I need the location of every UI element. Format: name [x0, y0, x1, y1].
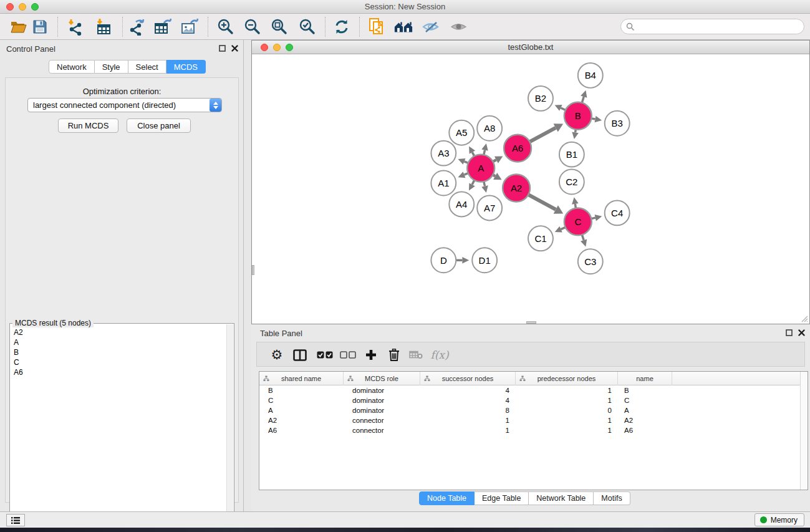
search-icon	[626, 22, 635, 31]
tab-select[interactable]: Select	[128, 60, 166, 74]
graph-edge-C-C3[interactable]	[582, 235, 584, 240]
table-header-row: shared nameMCDS rolesuccessor nodesprede…	[259, 372, 808, 385]
graph-edge-B-B4[interactable]	[582, 97, 584, 103]
search-input[interactable]	[635, 22, 804, 31]
criterion-dropdown[interactable]: largest connected component (directed)	[27, 98, 222, 112]
table-row[interactable]: A6connector11A6	[259, 425, 808, 435]
graph-edge-A2-C[interactable]	[528, 195, 556, 210]
mcds-result-item[interactable]: A2	[11, 327, 226, 337]
optimization-criterion-label: Optimization criterion:	[6, 87, 238, 96]
table-row[interactable]: Bdominator41B	[259, 385, 808, 395]
column-header-predecessor-nodes[interactable]: predecessor nodes	[516, 372, 618, 385]
export-network-icon[interactable]	[127, 17, 147, 36]
export-table-icon[interactable]	[153, 17, 173, 36]
mcds-result-item[interactable]: A6	[11, 367, 226, 377]
column-header-successor-nodes[interactable]: successor nodes	[420, 372, 516, 385]
close-panel-icon[interactable]	[798, 329, 805, 336]
graph-node-label: A6	[512, 143, 523, 153]
tab-network-table[interactable]: Network Table	[529, 491, 594, 505]
network-canvas[interactable]: B4B2BB3A8A5A6A3B1AC2A1A2A4A7C4CC1DD1C3	[252, 54, 809, 324]
memory-button[interactable]: Memory	[755, 513, 804, 526]
table-cell: A	[618, 407, 672, 414]
zoom-fit-icon[interactable]	[269, 17, 289, 36]
close-panel-icon[interactable]	[231, 45, 238, 52]
graph-node-label: A3	[438, 148, 449, 158]
graph-edge-arrowhead	[462, 257, 469, 264]
table-body: Bdominator41BCdominator41CAdominator80AA…	[259, 385, 808, 435]
table-cell: dominator	[344, 407, 420, 414]
settings-gear-icon[interactable]: ⚙	[268, 346, 286, 364]
import-table-icon[interactable]	[94, 17, 113, 36]
graph-edge-A6-B[interactable]	[529, 128, 556, 142]
function-builder-icon[interactable]: f(x)	[430, 346, 449, 364]
save-session-icon[interactable]	[30, 17, 50, 36]
graph-edge-arrowhead	[595, 215, 602, 221]
float-panel-icon[interactable]	[786, 329, 793, 336]
mcds-result-item[interactable]: B	[11, 347, 226, 357]
memory-status-icon	[760, 516, 767, 523]
table-row[interactable]: A2connector11A2	[259, 415, 808, 425]
table-row[interactable]: Cdominator41C	[259, 395, 808, 405]
show-all-icon[interactable]	[449, 17, 469, 36]
list-icon	[11, 516, 21, 525]
float-panel-icon[interactable]	[219, 45, 226, 52]
mcds-list-scrollbar[interactable]	[226, 324, 233, 532]
tab-style[interactable]: Style	[95, 60, 128, 74]
tab-motifs[interactable]: Motifs	[594, 491, 630, 505]
table-row[interactable]: Adominator80A	[259, 405, 808, 415]
hide-selected-icon[interactable]	[421, 17, 441, 36]
column-browser-icon[interactable]	[291, 346, 309, 364]
application-window: Session: New Session	[0, 0, 810, 532]
column-header-label: shared name	[281, 375, 321, 382]
toolbar-separator	[122, 17, 123, 37]
first-neighbors-icon[interactable]	[393, 17, 413, 36]
table-cell: A6	[259, 427, 344, 434]
zoom-in-icon[interactable]	[216, 17, 236, 36]
column-sort-icon	[347, 375, 354, 382]
add-column-icon[interactable]	[362, 346, 380, 364]
export-image-icon[interactable]	[180, 17, 200, 36]
run-mcds-button[interactable]: Run MCDS	[58, 118, 118, 133]
graph-node-label: B4	[585, 70, 596, 80]
task-history-button[interactable]	[6, 514, 25, 526]
table-cell: 1	[516, 387, 618, 394]
tab-network[interactable]: Network	[49, 60, 95, 74]
network-view-window: testGlobe.txt B4B2BB3A8A5A6A3B1AC2A1A2A4…	[251, 40, 810, 324]
deselect-all-checkboxes-icon[interactable]	[339, 346, 357, 364]
column-header-label: successor nodes	[442, 375, 494, 382]
column-header-name[interactable]: name	[618, 372, 672, 385]
graph-edge-B-B2[interactable]	[561, 108, 566, 110]
graph-node-label: B1	[566, 149, 577, 160]
table-cell: 1	[516, 397, 618, 404]
tab-mcds[interactable]: MCDS	[166, 60, 206, 74]
column-header-shared-name[interactable]: shared name	[259, 372, 344, 385]
select-all-checkboxes-icon[interactable]	[316, 346, 334, 364]
splitter-handle[interactable]	[252, 265, 254, 275]
mcds-result-group: MCDS result (5 nodes) A2ABCA6	[9, 323, 234, 532]
mcds-result-item[interactable]: C	[11, 357, 226, 367]
tab-node-table[interactable]: Node Table	[419, 491, 475, 505]
mcds-panel-body: Optimization criterion: largest connecte…	[5, 77, 239, 503]
graph-node-label: C	[574, 216, 581, 227]
mcds-result-item[interactable]: A	[11, 337, 226, 347]
zoom-selected-icon[interactable]	[297, 17, 317, 36]
column-sort-icon	[519, 375, 526, 382]
column-header-MCDS-role[interactable]: MCDS role	[344, 372, 420, 385]
toolbar-separator	[325, 17, 325, 37]
open-session-icon[interactable]	[9, 17, 29, 36]
table-scrollbar[interactable]	[800, 372, 808, 490]
delete-table-icon[interactable]	[407, 346, 425, 364]
splitter-handle[interactable]	[526, 321, 536, 324]
graph-node-label: C1	[534, 233, 546, 244]
close-panel-button[interactable]: Close panel	[127, 118, 191, 133]
tab-edge-table[interactable]: Edge Table	[475, 491, 529, 505]
table-cell: 8	[420, 407, 516, 414]
refresh-view-icon[interactable]	[332, 17, 352, 36]
dropdown-stepper-icon	[210, 99, 221, 112]
app-titlebar: Session: New Session	[0, 0, 810, 14]
delete-column-icon[interactable]	[385, 346, 403, 364]
import-network-icon[interactable]	[65, 17, 85, 36]
resize-grip-icon[interactable]	[799, 314, 808, 322]
new-network-from-selection-icon[interactable]	[367, 17, 387, 36]
zoom-out-icon[interactable]	[243, 17, 263, 36]
